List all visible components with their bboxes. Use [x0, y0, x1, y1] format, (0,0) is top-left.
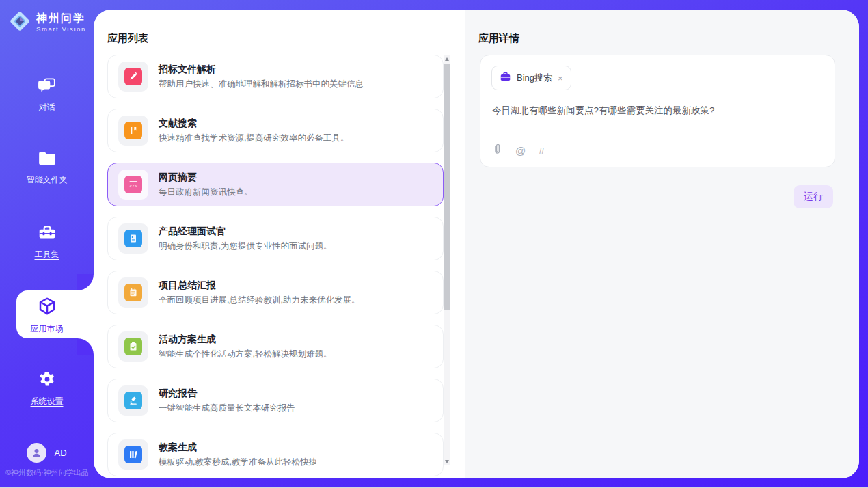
app-card-desc: 快速精准查找学术资源,提高研究效率的必备工具。	[159, 133, 349, 144]
app-card-desc: 一键智能生成高质量长文本研究报告	[159, 403, 295, 414]
sidebar-item-label: 对话	[39, 102, 55, 113]
hash-tag-icon[interactable]: #	[539, 145, 544, 157]
diamond-logo-icon	[8, 9, 32, 36]
copyright-footer: ©神州数码·神州问学出品	[5, 467, 89, 478]
app-icon-tile	[118, 62, 148, 92]
brand-logo: 神州问学 Smart Vision	[8, 9, 86, 36]
microscope-icon	[124, 392, 142, 409]
app-card-title: 招标文件解析	[159, 64, 364, 76]
book-icon	[124, 122, 142, 139]
browser-code-icon: </>	[124, 176, 142, 193]
paperclip-icon[interactable]	[492, 143, 502, 158]
run-button[interactable]: 运行	[794, 185, 833, 208]
app-card-web-summary[interactable]: </> 网页摘要 每日政府新闻资讯快查。	[107, 163, 444, 206]
app-list-title: 应用列表	[107, 32, 148, 45]
sidebar-item-smart-folder[interactable]: 智能文件夹	[0, 150, 94, 186]
scrollbar-thumb[interactable]	[444, 64, 450, 310]
app-card-literature-search[interactable]: 文献搜索 快速精准查找学术资源,提高研究效率的必备工具。	[107, 109, 444, 152]
brand-name: 神州问学	[36, 12, 86, 25]
app-card-event-plan[interactable]: 活动方案生成 智能生成个性化活动方案,轻松解决规划难题。	[107, 325, 444, 368]
scroll-down-arrow-icon[interactable]	[444, 457, 450, 465]
app-list-scrollbar[interactable]	[444, 55, 450, 465]
app-card-title: 项目总结汇报	[159, 280, 360, 292]
notepad-icon	[124, 284, 142, 301]
app-card-title: 文献搜索	[159, 118, 349, 130]
query-input[interactable]: 今日湖北有哪些新闻要点?有哪些需要关注的最新政策?	[492, 104, 824, 118]
app-card-project-summary[interactable]: 项目总结汇报 全面回顾项目进展,总结经验教训,助力未来优化发展。	[107, 271, 444, 314]
scroll-up-arrow-icon[interactable]	[444, 55, 450, 63]
sidebar-item-app-market[interactable]: 应用市场	[0, 297, 94, 335]
user-account[interactable]: AD	[0, 443, 94, 463]
brand-subtitle: Smart Vision	[36, 25, 86, 33]
svg-text:</>: </>	[130, 184, 137, 189]
app-card-desc: 明确身份和职责,为您提供专业性的面试问题。	[159, 241, 331, 252]
sidebar-item-label: 应用市场	[31, 323, 64, 335]
app-card-desc: 智能生成个性化活动方案,轻松解决规划难题。	[159, 349, 331, 360]
pen-square-icon	[124, 68, 142, 85]
app-icon-tile	[118, 385, 148, 416]
user-initials: AD	[54, 448, 66, 458]
app-card-lesson-plan[interactable]: 教案生成 模板驱动,教案秒成,教学准备从此轻松快捷	[107, 433, 444, 476]
app-card-research-report[interactable]: 研究报告 一键智能生成高质量长文本研究报告	[107, 379, 444, 422]
app-card-title: 产品经理面试官	[159, 226, 331, 238]
sidebar-item-toolset[interactable]: 工具集	[0, 223, 94, 260]
app-detail-section: 应用详情 Bing搜索 × 今日湖北有哪些新闻要点?有哪些需要关注的最新政策?	[465, 10, 859, 478]
resume-icon	[124, 230, 142, 247]
app-card-desc: 每日政府新闻资讯快查。	[159, 187, 253, 198]
sidebar-item-label: 系统设置	[31, 396, 64, 407]
app-card-desc: 帮助用户快速、准确地理解和解析招标书中的关键信息	[159, 79, 364, 90]
sidebar-item-settings[interactable]: 系统设置	[0, 370, 94, 407]
app-detail-title: 应用详情	[478, 32, 519, 45]
attachment-toolbar: @ #	[492, 143, 545, 158]
app-card-title: 教案生成	[159, 442, 317, 454]
tool-tag-bing-search[interactable]: Bing搜索 ×	[491, 66, 571, 90]
app-icon-tile	[118, 277, 148, 308]
main-panel: 应用列表 招标文件解析 帮助用户快速、准确地理解和解析招标书中的关键信息	[94, 10, 859, 478]
cube-icon	[37, 297, 57, 318]
at-mention-icon[interactable]: @	[515, 145, 526, 157]
close-icon[interactable]: ×	[558, 74, 563, 83]
app-card-bid-analysis[interactable]: 招标文件解析 帮助用户快速、准确地理解和解析招标书中的关键信息	[107, 55, 444, 98]
app-icon-tile	[118, 223, 148, 254]
app-card-title: 研究报告	[159, 388, 295, 400]
app-card-desc: 模板驱动,教案秒成,教学准备从此轻松快捷	[159, 457, 317, 468]
app-card-title: 活动方案生成	[159, 334, 331, 346]
app-list-section: 应用列表 招标文件解析 帮助用户快速、准确地理解和解析招标书中的关键信息	[94, 10, 465, 478]
app-card-desc: 全面回顾项目进展,总结经验教训,助力未来优化发展。	[159, 295, 360, 306]
briefcase-icon	[500, 71, 511, 85]
app-card-pm-interviewer[interactable]: 产品经理面试官 明确身份和职责,为您提供专业性的面试问题。	[107, 217, 444, 260]
app-icon-tile	[118, 331, 148, 362]
chat-icon	[38, 77, 57, 96]
avatar	[27, 443, 46, 463]
app-icon-tile	[118, 439, 148, 470]
folder-icon	[38, 150, 57, 169]
sidebar: 神州问学 Smart Vision 对话 智能文件夹	[0, 0, 94, 488]
app-icon-tile	[118, 116, 148, 146]
clipboard-check-icon	[124, 338, 142, 355]
sidebar-item-label: 智能文件夹	[27, 174, 68, 186]
app-icon-tile: </>	[118, 170, 148, 200]
sidebar-item-label: 工具集	[35, 249, 59, 260]
gear-icon	[38, 370, 57, 390]
app-card-title: 网页摘要	[159, 172, 253, 184]
prompt-card[interactable]: Bing搜索 × 今日湖北有哪些新闻要点?有哪些需要关注的最新政策? @ #	[480, 55, 835, 167]
tool-tag-label: Bing搜索	[517, 72, 552, 84]
books-icon	[124, 446, 142, 463]
sidebar-item-chat[interactable]: 对话	[0, 77, 94, 113]
toolbox-icon	[38, 223, 57, 243]
app-card-list: 招标文件解析 帮助用户快速、准确地理解和解析招标书中的关键信息 文献搜索 快速精…	[107, 55, 444, 478]
